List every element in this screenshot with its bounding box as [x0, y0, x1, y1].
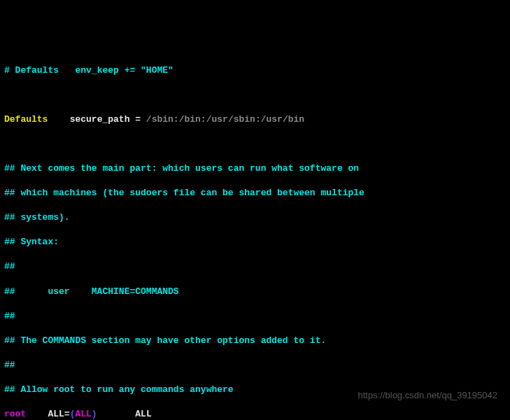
path-text: /sbin:/bin:/usr/sbin:/usr/bin	[146, 114, 304, 125]
paren: )	[92, 409, 97, 419]
comment-line: ##	[4, 359, 506, 372]
comment-line: ##	[4, 310, 506, 323]
rule-all: ALL=	[26, 409, 69, 419]
directive-text: secure_path =	[48, 114, 146, 125]
comment-line: ## user MACHINE=COMMANDS	[4, 286, 506, 298]
code-line: # Defaults env_keep += "HOME"	[4, 64, 506, 77]
comment-line: ## systems).	[4, 211, 506, 224]
comment-text: Defaults env_keep += "HOME"	[10, 65, 173, 76]
rule-line: root ALL=(ALL) ALL	[4, 408, 506, 420]
comment-hash: #	[4, 65, 10, 76]
watermark-text: https://blog.csdn.net/qq_39195042	[358, 389, 498, 402]
editor-content[interactable]: # Defaults env_keep += "HOME" Defaults s…	[4, 52, 506, 420]
keyword-defaults: Defaults	[4, 114, 48, 125]
comment-line: ## which machines (the sudoers file can …	[4, 187, 506, 200]
blank-line	[4, 138, 506, 150]
comment-line: ## Syntax:	[4, 236, 506, 248]
comment-line: ##	[4, 260, 506, 273]
user-root: root	[4, 409, 26, 419]
cmd-all: ALL	[97, 409, 152, 419]
code-line: Defaults secure_path = /sbin:/bin:/usr/s…	[4, 113, 506, 126]
runas-all: ALL	[75, 409, 91, 419]
comment-line: ## The COMMANDS section may have other o…	[4, 335, 506, 347]
comment-line: ## Next comes the main part: which users…	[4, 162, 506, 175]
blank-line	[4, 89, 506, 102]
